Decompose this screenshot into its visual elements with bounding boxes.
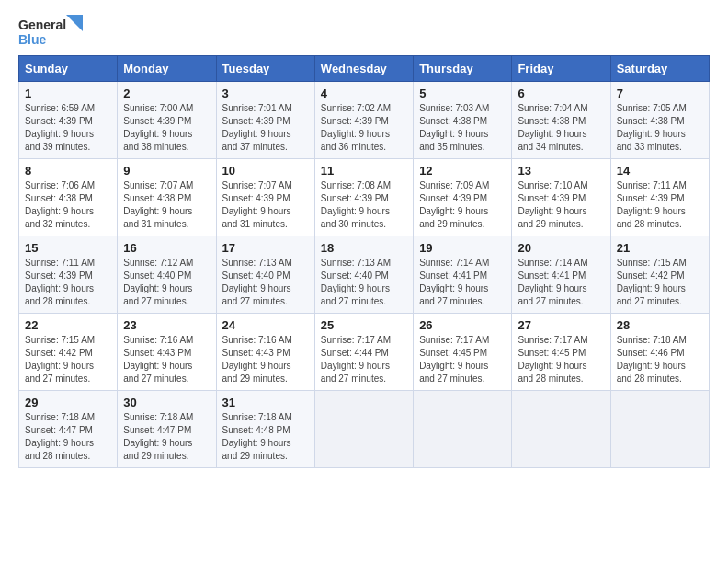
calendar-cell: 3Sunrise: 7:01 AM Sunset: 4:39 PM Daylig… [216, 82, 314, 159]
cell-info-text: Sunrise: 7:17 AM Sunset: 4:44 PM Dayligh… [321, 334, 407, 385]
calendar-cell: 24Sunrise: 7:16 AM Sunset: 4:43 PM Dayli… [216, 314, 314, 391]
cell-day-number: 22 [25, 318, 111, 332]
cell-day-number: 1 [25, 86, 111, 100]
cell-info-text: Sunrise: 7:14 AM Sunset: 4:41 PM Dayligh… [518, 257, 604, 308]
cell-info-text: Sunrise: 7:18 AM Sunset: 4:46 PM Dayligh… [617, 334, 703, 385]
cell-day-number: 9 [123, 164, 210, 178]
calendar-cell: 1Sunrise: 6:59 AM Sunset: 4:39 PM Daylig… [19, 82, 118, 159]
cell-day-number: 13 [518, 164, 604, 178]
calendar-cell: 31Sunrise: 7:18 AM Sunset: 4:48 PM Dayli… [216, 391, 314, 468]
cell-info-text: Sunrise: 7:11 AM Sunset: 4:39 PM Dayligh… [617, 179, 703, 231]
cell-info-text: Sunrise: 7:10 AM Sunset: 4:39 PM Dayligh… [518, 179, 604, 231]
calendar-cell: 25Sunrise: 7:17 AM Sunset: 4:44 PM Dayli… [314, 314, 413, 391]
logo-svg: GeneralBlue [18, 15, 83, 48]
weekday-header-friday: Friday [512, 56, 610, 82]
calendar-cell: 2Sunrise: 7:00 AM Sunset: 4:39 PM Daylig… [118, 82, 216, 159]
calendar-cell: 20Sunrise: 7:14 AM Sunset: 4:41 PM Dayli… [512, 236, 610, 314]
cell-info-text: Sunrise: 7:01 AM Sunset: 4:39 PM Dayligh… [222, 102, 309, 154]
cell-info-text: Sunrise: 7:18 AM Sunset: 4:47 PM Dayligh… [123, 411, 210, 463]
calendar-cell: 11Sunrise: 7:08 AM Sunset: 4:39 PM Dayli… [314, 159, 413, 236]
calendar-week-row: 29Sunrise: 7:18 AM Sunset: 4:47 PM Dayli… [19, 391, 710, 468]
cell-info-text: Sunrise: 7:15 AM Sunset: 4:42 PM Dayligh… [25, 334, 111, 385]
calendar-cell: 16Sunrise: 7:12 AM Sunset: 4:40 PM Dayli… [118, 236, 216, 314]
cell-info-text: Sunrise: 7:09 AM Sunset: 4:39 PM Dayligh… [419, 179, 506, 231]
cell-info-text: Sunrise: 7:13 AM Sunset: 4:40 PM Dayligh… [321, 257, 407, 308]
calendar: SundayMondayTuesdayWednesdayThursdayFrid… [18, 55, 710, 468]
calendar-cell: 27Sunrise: 7:17 AM Sunset: 4:45 PM Dayli… [512, 314, 610, 391]
cell-day-number: 29 [25, 396, 111, 409]
cell-info-text: Sunrise: 7:12 AM Sunset: 4:40 PM Dayligh… [123, 257, 210, 308]
cell-info-text: Sunrise: 7:04 AM Sunset: 4:38 PM Dayligh… [518, 102, 604, 154]
cell-info-text: Sunrise: 7:15 AM Sunset: 4:42 PM Dayligh… [617, 257, 703, 308]
weekday-header-monday: Monday [118, 56, 216, 82]
weekday-header-sunday: Sunday [19, 56, 118, 82]
calendar-cell [414, 391, 512, 468]
header: GeneralBlue [18, 15, 710, 48]
weekday-header-tuesday: Tuesday [216, 56, 314, 82]
svg-text:General: General [18, 17, 66, 32]
cell-day-number: 23 [123, 318, 210, 332]
calendar-cell: 5Sunrise: 7:03 AM Sunset: 4:38 PM Daylig… [414, 82, 512, 159]
calendar-week-row: 1Sunrise: 6:59 AM Sunset: 4:39 PM Daylig… [19, 82, 710, 159]
cell-day-number: 28 [617, 318, 703, 332]
cell-day-number: 16 [123, 241, 210, 255]
calendar-week-row: 15Sunrise: 7:11 AM Sunset: 4:39 PM Dayli… [19, 236, 710, 314]
cell-day-number: 19 [419, 241, 506, 255]
calendar-cell: 8Sunrise: 7:06 AM Sunset: 4:38 PM Daylig… [19, 159, 118, 236]
calendar-cell: 4Sunrise: 7:02 AM Sunset: 4:39 PM Daylig… [314, 82, 413, 159]
calendar-cell [314, 391, 413, 468]
cell-day-number: 8 [25, 164, 111, 178]
calendar-cell: 6Sunrise: 7:04 AM Sunset: 4:38 PM Daylig… [512, 82, 610, 159]
cell-info-text: Sunrise: 7:14 AM Sunset: 4:41 PM Dayligh… [419, 257, 506, 308]
cell-day-number: 31 [222, 396, 309, 409]
weekday-header-thursday: Thursday [414, 56, 512, 82]
calendar-cell: 23Sunrise: 7:16 AM Sunset: 4:43 PM Dayli… [118, 314, 216, 391]
cell-day-number: 6 [518, 86, 604, 100]
cell-day-number: 15 [25, 241, 111, 255]
calendar-cell [610, 391, 709, 468]
cell-info-text: Sunrise: 7:03 AM Sunset: 4:38 PM Dayligh… [419, 102, 506, 154]
svg-text:Blue: Blue [18, 32, 47, 47]
cell-day-number: 30 [123, 396, 210, 409]
cell-info-text: Sunrise: 7:00 AM Sunset: 4:39 PM Dayligh… [123, 102, 210, 154]
cell-info-text: Sunrise: 7:05 AM Sunset: 4:38 PM Dayligh… [617, 102, 703, 154]
cell-info-text: Sunrise: 7:08 AM Sunset: 4:39 PM Dayligh… [321, 179, 407, 231]
cell-day-number: 21 [617, 241, 703, 255]
cell-info-text: Sunrise: 6:59 AM Sunset: 4:39 PM Dayligh… [25, 102, 111, 154]
cell-day-number: 20 [518, 241, 604, 255]
cell-day-number: 26 [419, 318, 506, 332]
cell-day-number: 17 [222, 241, 309, 255]
cell-day-number: 14 [617, 164, 703, 178]
cell-day-number: 27 [518, 318, 604, 332]
calendar-cell: 7Sunrise: 7:05 AM Sunset: 4:38 PM Daylig… [610, 82, 709, 159]
calendar-cell: 19Sunrise: 7:14 AM Sunset: 4:41 PM Dayli… [414, 236, 512, 314]
cell-info-text: Sunrise: 7:11 AM Sunset: 4:39 PM Dayligh… [25, 257, 111, 308]
calendar-cell: 13Sunrise: 7:10 AM Sunset: 4:39 PM Dayli… [512, 159, 610, 236]
cell-info-text: Sunrise: 7:13 AM Sunset: 4:40 PM Dayligh… [222, 257, 309, 308]
cell-info-text: Sunrise: 7:02 AM Sunset: 4:39 PM Dayligh… [321, 102, 407, 154]
calendar-cell: 14Sunrise: 7:11 AM Sunset: 4:39 PM Dayli… [610, 159, 709, 236]
calendar-cell: 10Sunrise: 7:07 AM Sunset: 4:39 PM Dayli… [216, 159, 314, 236]
cell-info-text: Sunrise: 7:07 AM Sunset: 4:38 PM Dayligh… [123, 179, 210, 231]
calendar-cell: 28Sunrise: 7:18 AM Sunset: 4:46 PM Dayli… [610, 314, 709, 391]
svg-marker-0 [66, 15, 83, 31]
weekday-header-wednesday: Wednesday [314, 56, 413, 82]
calendar-cell: 22Sunrise: 7:15 AM Sunset: 4:42 PM Dayli… [19, 314, 118, 391]
calendar-week-row: 8Sunrise: 7:06 AM Sunset: 4:38 PM Daylig… [19, 159, 710, 236]
cell-day-number: 11 [321, 164, 407, 178]
cell-day-number: 2 [123, 86, 210, 100]
logo: GeneralBlue [18, 15, 83, 48]
calendar-header-row: SundayMondayTuesdayWednesdayThursdayFrid… [19, 56, 710, 82]
calendar-cell: 17Sunrise: 7:13 AM Sunset: 4:40 PM Dayli… [216, 236, 314, 314]
cell-info-text: Sunrise: 7:16 AM Sunset: 4:43 PM Dayligh… [222, 334, 309, 385]
cell-day-number: 4 [321, 86, 407, 100]
cell-info-text: Sunrise: 7:18 AM Sunset: 4:48 PM Dayligh… [222, 411, 309, 463]
calendar-cell: 15Sunrise: 7:11 AM Sunset: 4:39 PM Dayli… [19, 236, 118, 314]
calendar-cell: 29Sunrise: 7:18 AM Sunset: 4:47 PM Dayli… [19, 391, 118, 468]
calendar-cell [512, 391, 610, 468]
cell-day-number: 25 [321, 318, 407, 332]
cell-day-number: 7 [617, 86, 703, 100]
cell-day-number: 18 [321, 241, 407, 255]
cell-info-text: Sunrise: 7:17 AM Sunset: 4:45 PM Dayligh… [419, 334, 506, 385]
calendar-cell: 26Sunrise: 7:17 AM Sunset: 4:45 PM Dayli… [414, 314, 512, 391]
